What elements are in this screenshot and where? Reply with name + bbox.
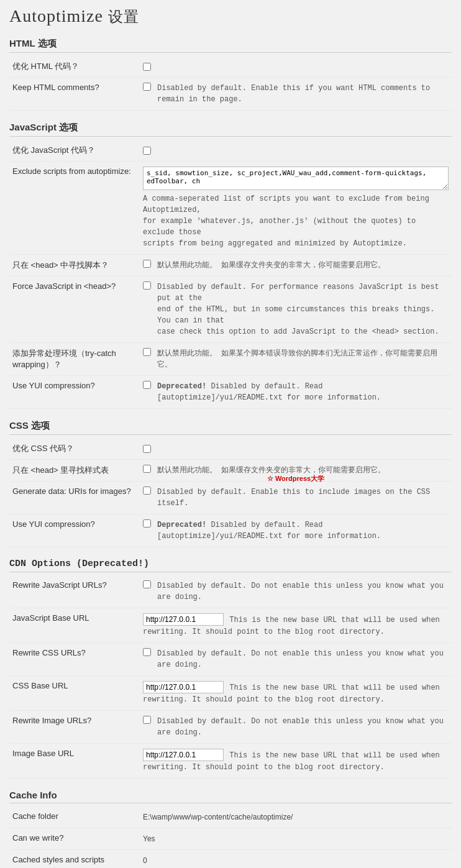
row-exclude-scripts: Exclude scripts from autoptimize: s_sid,…	[9, 162, 452, 255]
checkbox-optimize-css[interactable]	[143, 445, 151, 453]
row-js-base-url: JavaScript Base URL This is the new base…	[9, 608, 452, 643]
label-cache-folder: Cache folder	[9, 806, 140, 828]
row-rewrite-css-urls: Rewrite CSS URLs? Disabled by default. D…	[9, 643, 452, 676]
label-rewrite-image-urls: Rewrite Image URLs?	[9, 711, 140, 744]
checkbox-yui-js[interactable]	[143, 381, 151, 389]
label-optimize-html: 优化 HTML 代码？	[9, 56, 140, 78]
row-css-base-url: CSS Base URL This is the new base URL th…	[9, 676, 452, 711]
value-exclude-scripts: s_sid, smowtion_size, sc_project,WAU_wau…	[140, 162, 452, 255]
label-css-base-url: CSS Base URL	[9, 676, 140, 711]
row-force-js-head: Force JavaScript in <head>? Disabled by …	[9, 276, 452, 343]
label-yui-css: Use YUI compression?	[9, 514, 140, 547]
checkbox-rewrite-image-urls[interactable]	[143, 716, 151, 724]
value-cached-scripts: 0	[140, 850, 452, 869]
value-yui-css: Deprecated! Disabled by default. Read [a…	[140, 514, 452, 547]
value-rewrite-css-urls: Disabled by default. Do not enable this …	[140, 643, 452, 676]
page-title: Autoptimize 设置	[9, 6, 452, 27]
cdn-settings-table: Rewrite JavaScript URLs? Disabled by def…	[9, 575, 452, 779]
label-yui-js: Use YUI compression?	[9, 376, 140, 409]
label-head-scripts: 只在 <head> 中寻找脚本？	[9, 255, 140, 276]
checkbox-optimize-js[interactable]	[143, 147, 151, 155]
checkbox-data-uris[interactable]	[143, 487, 151, 495]
label-rewrite-js-urls: Rewrite JavaScript URLs?	[9, 575, 140, 608]
value-try-catch: 默认禁用此功能。 如果某个脚本错误导致你的脚本们无法正常运作，你可能需要启用它。	[140, 343, 452, 376]
row-optimize-css: 优化 CSS 代码？	[9, 438, 452, 460]
checkbox-force-js-head[interactable]	[143, 281, 151, 290]
row-yui-css: Use YUI compression? Deprecated! Disable…	[9, 514, 452, 547]
section-js: JavaScript 选项	[9, 122, 452, 137]
value-force-js-head: Disabled by default. For performance rea…	[140, 276, 452, 343]
input-image-base-url[interactable]	[143, 749, 224, 761]
section-html: HTML 选项	[9, 38, 452, 53]
row-yui-js: Use YUI compression? Deprecated! Disable…	[9, 376, 452, 409]
checkbox-rewrite-js-urls[interactable]	[143, 580, 151, 588]
checkbox-head-scripts[interactable]	[143, 260, 151, 268]
row-optimize-js: 优化 JavaScript 代码？	[9, 140, 452, 162]
label-head-css: 只在 <head> 里寻找样式表	[9, 460, 140, 482]
value-yui-js: Deprecated! Disabled by default. Read [a…	[140, 376, 452, 409]
row-cache-folder: Cache folder E:\wamp\www\wp-content/cach…	[9, 806, 452, 828]
label-optimize-css: 优化 CSS 代码？	[9, 438, 140, 460]
value-image-base-url: This is the new base URL that will be us…	[140, 744, 452, 779]
label-data-uris: Generate data: URIs for images?	[9, 482, 140, 514]
value-can-write: Yes	[140, 828, 452, 850]
label-js-base-url: JavaScript Base URL	[9, 608, 140, 643]
label-can-write: Can we write?	[9, 828, 140, 850]
js-settings-table: 优化 JavaScript 代码？ Exclude scripts from a…	[9, 140, 452, 409]
input-css-base-url[interactable]	[143, 681, 224, 693]
value-head-scripts: 默认禁用此功能。 如果缓存文件夹变的非常大，你可能需要启用它。	[140, 255, 452, 276]
row-cached-scripts: Cached styles and scripts 0	[9, 850, 452, 869]
value-data-uris: Disabled by default. Enable this to incl…	[140, 482, 452, 514]
value-head-css: 默认禁用此功能。 如果缓存文件夹变的非常大，你可能需要启用它。 ☆ Wordpr…	[140, 460, 452, 482]
checkbox-optimize-html[interactable]	[143, 63, 151, 71]
label-image-base-url: Image Base URL	[9, 744, 140, 779]
value-rewrite-js-urls: Disabled by default. Do not enable this …	[140, 575, 452, 608]
section-cdn: CDN Options (Deprecated!)	[9, 559, 452, 572]
section-css: CSS 选项	[9, 420, 452, 435]
checkbox-keep-html-comments[interactable]	[143, 83, 151, 91]
row-keep-html-comments: Keep HTML comments? Disabled by default.…	[9, 78, 452, 111]
label-optimize-js: 优化 JavaScript 代码？	[9, 140, 140, 162]
row-data-uris: Generate data: URIs for images? Disabled…	[9, 482, 452, 514]
cache-settings-table: Cache folder E:\wamp\www\wp-content/cach…	[9, 806, 452, 868]
checkbox-head-css[interactable]	[143, 465, 151, 473]
checkbox-try-catch[interactable]	[143, 348, 151, 356]
input-js-base-url[interactable]	[143, 613, 224, 626]
row-head-scripts: 只在 <head> 中寻找脚本？ 默认禁用此功能。 如果缓存文件夹变的非常大，你…	[9, 255, 452, 276]
css-settings-table: 优化 CSS 代码？ 只在 <head> 里寻找样式表 默认禁用此功能。 如果缓…	[9, 438, 452, 547]
label-try-catch: 添加异常处理环境（try-catch wrapping）？	[9, 343, 140, 376]
value-css-base-url: This is the new base URL that will be us…	[140, 676, 452, 711]
row-head-css: 只在 <head> 里寻找样式表 默认禁用此功能。 如果缓存文件夹变的非常大，你…	[9, 460, 452, 482]
row-optimize-html: 优化 HTML 代码？	[9, 56, 452, 78]
value-optimize-css	[140, 438, 452, 460]
row-rewrite-js-urls: Rewrite JavaScript URLs? Disabled by def…	[9, 575, 452, 608]
value-optimize-html	[140, 56, 452, 78]
value-js-base-url: This is the new base URL that will be us…	[140, 608, 452, 643]
checkbox-yui-css[interactable]	[143, 519, 151, 528]
textarea-exclude-scripts[interactable]: s_sid, smowtion_size, sc_project,WAU_wau…	[143, 167, 449, 190]
label-force-js-head: Force JavaScript in <head>?	[9, 276, 140, 343]
value-rewrite-image-urls: Disabled by default. Do not enable this …	[140, 711, 452, 744]
value-keep-html-comments: Disabled by default. Enable this if you …	[140, 78, 452, 111]
label-exclude-scripts: Exclude scripts from autoptimize:	[9, 162, 140, 255]
row-image-base-url: Image Base URL This is the new base URL …	[9, 744, 452, 779]
value-cache-folder: E:\wamp\www\wp-content/cache/autoptimize…	[140, 806, 452, 828]
label-rewrite-css-urls: Rewrite CSS URLs?	[9, 643, 140, 676]
row-can-write: Can we write? Yes	[9, 828, 452, 850]
row-rewrite-image-urls: Rewrite Image URLs? Disabled by default.…	[9, 711, 452, 744]
section-cache: Cache Info	[9, 790, 452, 803]
html-settings-table: 优化 HTML 代码？ Keep HTML comments? Disabled…	[9, 56, 452, 111]
label-cached-scripts: Cached styles and scripts	[9, 850, 140, 869]
checkbox-rewrite-css-urls[interactable]	[143, 648, 151, 656]
value-optimize-js	[140, 140, 452, 162]
label-keep-html-comments: Keep HTML comments?	[9, 78, 140, 111]
row-try-catch: 添加异常处理环境（try-catch wrapping）？ 默认禁用此功能。 如…	[9, 343, 452, 376]
